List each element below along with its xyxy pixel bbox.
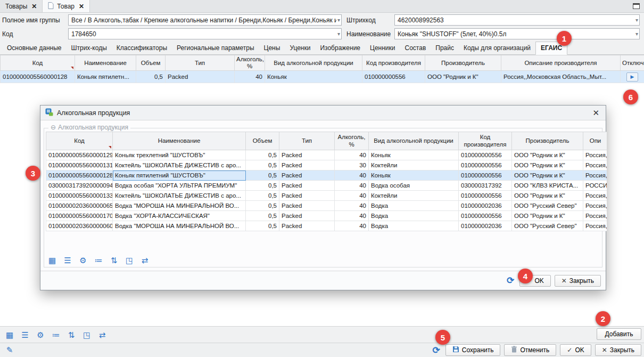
tab-коды-для-организаций[interactable]: Коды для организаций [459,42,535,54]
column-header[interactable]: Код производителя [362,55,425,71]
chevron-down-icon[interactable]: ▾ [336,17,340,23]
name-input[interactable]: Коньяк "SHUSTOFF" (5лет, 40%)0.5л ▾ [394,28,640,39]
table-row[interactable]: 0100000020360000060Водка "МОРОША НА МИНЕ… [46,221,607,231]
refresh-list-icon[interactable]: ⇄ [140,256,150,264]
cell: Водка [369,221,459,231]
table-row[interactable]: 0100000005560000170Водка "ХОРТА-КЛАССИЧЕ… [46,211,607,221]
column-header[interactable]: Алкоголь, % [335,132,369,150]
list-sort-icon[interactable]: ⇅ [67,331,76,339]
cell: ООО "Родник и К" [425,71,501,83]
column-header[interactable]: Описание производителя [501,55,621,71]
cell: Packed [279,171,335,181]
gear-icon[interactable]: ⚙ [36,331,45,339]
egais-products-table: КодНаименованиеОбъемТипАлкоголь, %Вид ал… [0,55,644,83]
chevron-down-icon[interactable]: ▾ [634,17,638,23]
code-input[interactable]: 1784650 ▾ [68,28,342,39]
tab-прайс[interactable]: Прайс [431,42,459,54]
cell: Россия,, [583,221,607,231]
export-icon[interactable]: ◳ [82,331,92,339]
refresh-list-icon[interactable]: ⇄ [97,331,107,339]
column-header[interactable]: Опи [583,132,607,150]
grid-icon[interactable]: ▦ [5,331,14,339]
close-tab-icon[interactable]: ✕ [79,3,84,10]
cell: Россия,, [583,201,607,211]
filter-icon[interactable]: ☰ [63,256,72,264]
list-sort-icon[interactable]: ⇅ [109,256,119,264]
column-header[interactable]: Тип [279,132,335,150]
row-detail-play-icon[interactable]: ▶ [626,72,638,82]
ok-button[interactable]: ✓ OK [560,344,591,356]
close-button[interactable]: ✕ Закрыть [595,344,641,356]
export-icon[interactable]: ◳ [125,256,134,264]
table-row[interactable]: 0100000005560000133Коктейль "ШОКОЛАТЬЕ Д… [46,191,607,201]
table-row[interactable]: 0100000005560000131Коктейль "ШОКОЛАТЬЕ Д… [46,160,607,171]
window-restore-icon[interactable] [633,3,640,9]
dialog-ok-label: OK [534,277,543,285]
chevron-down-icon[interactable]: ▾ [336,31,340,37]
column-header[interactable]: Вид алкогольной продукции [369,132,459,150]
grid-icon[interactable]: ▦ [47,256,57,264]
app-logo-icon [45,108,53,118]
column-header[interactable]: Объем [136,55,166,71]
code-value: 1784650 [71,30,336,38]
cell: Водка особая "ХОРТА УЛЬТРА ПРЕМИУМ" [113,181,246,191]
table-row[interactable]: 0100000005560000128Коньяк пятилетн...0,5… [1,71,644,83]
barcode-input[interactable]: 4620008992563 ▾ [394,14,640,26]
column-header[interactable]: Наименование [113,132,246,150]
chevron-down-icon[interactable]: ▾ [634,31,638,37]
cancel-button[interactable]: Отменить [504,344,556,356]
tab-основные-данные[interactable]: Основные данные [2,42,67,54]
check-icon: ✓ [567,346,572,354]
add-button[interactable]: Добавить [597,328,641,340]
column-header[interactable]: Наименование [75,55,136,71]
refresh-icon[interactable]: ⟳ [505,276,516,285]
close-tab-icon[interactable]: ✕ [31,3,37,10]
column-header[interactable]: Производитель [425,55,501,71]
filter-icon[interactable]: ☰ [20,331,30,339]
window-tab-tovary[interactable]: Товары ✕ [0,0,43,12]
dialog-close-button[interactable]: ✕ Закрыть [555,275,601,287]
gear-icon[interactable]: ⚙ [78,256,88,264]
tab-классификаторы[interactable]: Классификаторы [112,42,172,54]
cell: Россия,, [583,211,607,221]
refresh-icon[interactable]: ⟳ [431,346,442,355]
column-header[interactable]: Код [46,132,113,150]
column-header[interactable]: Вид алкогольной продукции [265,55,362,71]
column-header[interactable]: Код [1,55,75,71]
cell: 0100000005560000133 [46,191,113,201]
numbered-list-icon[interactable]: ≔ [94,256,103,264]
cell: Packed [279,150,335,160]
table-row[interactable]: 0100000005560000129Коньяк трехлетний "ШУ… [46,150,607,160]
window-tab-tovar[interactable]: Товар ✕ [43,0,90,12]
dialog-title-bar[interactable]: Алкогольная продукция ✕ [40,106,606,120]
tab-состав[interactable]: Состав [400,42,431,54]
tab-цены[interactable]: Цены [259,42,285,54]
column-header[interactable]: Объем [246,132,279,150]
column-header[interactable]: Тип [166,55,235,71]
group-name-input[interactable]: Все / В Алкоголь,табак / Крепкие алкогол… [68,14,342,26]
table-row[interactable]: 0300003173920000094Водка особая "ХОРТА У… [46,181,607,191]
tab-уценки[interactable]: Уценки [285,42,315,54]
cell: 0,5 [246,150,279,160]
name-value: Коньяк "SHUSTOFF" (5лет, 40%)0.5л [398,30,634,38]
dialog-close-icon[interactable]: ✕ [591,108,601,118]
tab-штрих-коды[interactable]: Штрих-коды [67,42,112,54]
column-header[interactable]: Отключи [621,55,644,71]
column-header[interactable]: Код производителя [459,132,512,150]
table-row[interactable]: 0100000020360000065Водка "МОРОША НА МИНЕ… [46,201,607,211]
cell: Россия,, [583,150,607,160]
numbered-list-icon[interactable]: ≔ [51,331,61,339]
product-form: Полное имя группы Все / В Алкоголь,табак… [0,13,644,42]
cell: 40 [335,181,369,191]
column-header[interactable]: Производитель [512,132,583,150]
save-button[interactable]: Сохранить [445,344,501,356]
collapse-icon[interactable]: ⊖ [51,124,56,131]
cell: ООО "Родник и К" [512,160,583,171]
column-header[interactable]: Алкоголь, % [235,55,265,71]
tab-региональные-параметры[interactable]: Региональные параметры [172,42,259,54]
table-row[interactable]: 0100000005560000128Коньяк пятилетний "ШУ… [46,171,607,181]
cell: 0100000020360000065 [46,201,113,211]
edit-icon[interactable]: ✎ [3,344,16,356]
tab-изображение[interactable]: Изображение [315,42,365,54]
tab-ценники[interactable]: Ценники [365,42,400,54]
